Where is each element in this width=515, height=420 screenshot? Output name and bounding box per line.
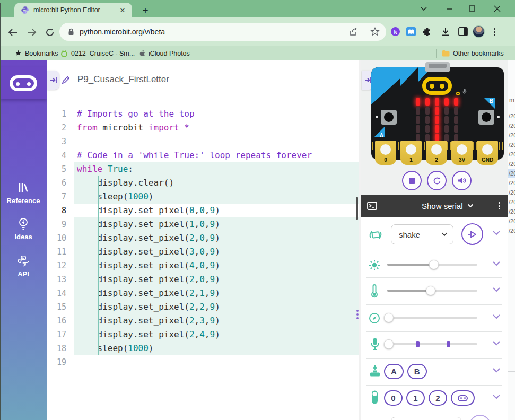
sim-button-A[interactable]: A [384, 364, 404, 379]
board-button-a[interactable] [381, 110, 397, 125]
stop-simulator-button[interactable] [402, 171, 422, 190]
brightness-slider[interactable] [387, 260, 477, 269]
slider-thumb[interactable] [429, 260, 439, 269]
kami-extension-icon[interactable]: k [391, 27, 400, 36]
close-icon[interactable] [492, 4, 502, 13]
pins-expand-chevron[interactable] [492, 394, 501, 402]
bookmarks-folder[interactable]: Bookmarks [15, 46, 58, 60]
code-line[interactable]: 12 display.set_pixel(4,0,9) [47, 259, 359, 273]
board-pin-0[interactable]: 0 [375, 141, 396, 165]
other-bookmarks[interactable]: Other bookmarks [442, 46, 504, 60]
editor-scrollbar[interactable] [356, 197, 358, 220]
chevron-down-icon[interactable] [467, 204, 474, 208]
code-line[interactable]: 4# Code in a 'while True:' loop repeats … [47, 148, 359, 162]
code-line[interactable]: 15 display.set_pixel(2,2,9) [47, 300, 359, 314]
window-edge [0, 3, 1, 420]
sim-button-B[interactable]: B [407, 364, 427, 379]
sidebar-expand-button[interactable] [47, 71, 59, 90]
side-panel-icon[interactable] [458, 27, 468, 36]
code-line[interactable]: 8 display.set_pixel(0,0,9) [47, 204, 359, 217]
code-line[interactable]: 9 display.set_pixel(1,0,9) [47, 217, 359, 231]
pins-buttons-group[interactable]: 012 [384, 390, 475, 406]
code-line[interactable]: 13 display.set_pixel(2,0,9) [47, 273, 359, 286]
code-line[interactable]: 2from microbit import * [47, 121, 359, 135]
slider-thumb[interactable] [384, 313, 394, 322]
code-line[interactable]: 1# Imports go at the top [47, 107, 359, 121]
minimize-icon[interactable] [444, 4, 454, 13]
board-button-b[interactable] [478, 110, 494, 125]
ab-buttons-group[interactable]: AB [384, 364, 427, 379]
edit-pencil-icon[interactable] [62, 75, 71, 84]
sidebar-item-api[interactable]: API [0, 255, 47, 278]
forward-icon[interactable] [26, 27, 38, 38]
buttons-expand-chevron[interactable] [492, 368, 501, 376]
profile-avatar[interactable] [473, 25, 485, 38]
radio-send-button[interactable] [469, 415, 491, 420]
sidebar-item-ideas[interactable]: Ideas [0, 217, 47, 241]
gesture-expand-chevron[interactable] [492, 230, 501, 239]
project-name[interactable]: P9_Cusack_FirstLetter [77, 74, 169, 85]
reading-list-extension-icon[interactable] [406, 27, 416, 36]
back-icon[interactable] [7, 27, 19, 38]
code-lines[interactable]: 1# Imports go at the top2from microbit i… [47, 107, 359, 369]
browser-tab[interactable]: micro:bit Python Editor ✕ [14, 3, 132, 18]
slider-thumb[interactable] [426, 286, 435, 295]
brightness-expand-chevron[interactable] [492, 261, 501, 269]
board-pin-1[interactable]: 1 [400, 141, 422, 165]
code-line[interactable]: 3 [47, 135, 359, 148]
serial-menu-icon[interactable] [499, 202, 500, 209]
code-line[interactable]: 7 sleep(1000) [47, 190, 359, 204]
window-menu-chevron-icon[interactable] [419, 4, 429, 13]
sim-pin-2[interactable]: 2 [429, 390, 447, 406]
code-line[interactable]: 10 display.set_pixel(2,0,9) [47, 231, 359, 245]
sim-pin-1[interactable]: 1 [406, 390, 425, 406]
led-off [444, 116, 449, 124]
chrome-menu-icon[interactable] [494, 28, 495, 36]
extensions-puzzle-icon[interactable] [423, 27, 432, 36]
led-off [454, 116, 458, 124]
temperature-slider[interactable] [387, 286, 477, 295]
send-gesture-button[interactable] [461, 223, 483, 245]
reset-simulator-button[interactable] [427, 171, 447, 190]
temperature-expand-chevron[interactable] [492, 287, 501, 295]
board-logo[interactable] [422, 77, 452, 95]
code-line[interactable]: 5while True: [47, 162, 359, 176]
sim-pin-logo[interactable] [451, 390, 475, 406]
download-icon[interactable] [441, 27, 450, 37]
board-pin-3V[interactable]: 3V [451, 141, 473, 165]
board-pin-2[interactable]: 2 [426, 141, 447, 165]
compass-expand-chevron[interactable] [492, 314, 501, 322]
tab-close-icon[interactable]: ✕ [118, 6, 127, 14]
show-serial-toggle[interactable]: Show serial [422, 202, 463, 211]
code-line[interactable]: 6 display.clear() [47, 176, 359, 190]
url-bar[interactable]: python.microbit.org/v/beta [59, 23, 386, 41]
speaker-icon [457, 177, 466, 185]
bookmark-item-cruisec[interactable]: 0212_CruiseC - Sm... [60, 46, 135, 60]
share-icon[interactable] [349, 27, 359, 37]
code-line[interactable]: 19 [47, 355, 359, 369]
led-matrix[interactable] [416, 98, 458, 142]
microphone-expand-chevron[interactable] [492, 340, 501, 349]
new-tab-button[interactable]: + [139, 4, 152, 17]
board-pin-GND[interactable]: GND [477, 141, 498, 165]
slider-thumb[interactable] [384, 339, 394, 349]
microbit-logo[interactable] [0, 67, 47, 99]
compass-slider[interactable] [387, 313, 477, 322]
code-line[interactable]: 17 display.set_pixel(2,4,9) [47, 328, 359, 342]
code-line[interactable]: 11 display.set_pixel(3,0,9) [47, 245, 359, 259]
reload-icon[interactable] [44, 27, 56, 38]
bookmark-star-icon[interactable] [370, 27, 380, 37]
code-line[interactable]: 16 display.set_pixel(2,3,9) [47, 314, 359, 328]
code-line[interactable]: 14 display.set_pixel(2,1,9) [47, 286, 359, 300]
mute-audio-button[interactable] [452, 171, 472, 190]
panel-resize-handle[interactable] [355, 310, 360, 326]
gesture-select[interactable]: shake [391, 224, 453, 244]
sim-pin-0[interactable]: 0 [384, 390, 403, 406]
sidebar-item-reference[interactable]: Reference [0, 181, 47, 205]
bookmark-item-icloud-photos[interactable]: iCloud Photos [138, 46, 190, 60]
maximize-icon[interactable] [467, 4, 477, 13]
radio-message-input[interactable] [391, 417, 461, 420]
background-text-fragment: /20 [508, 216, 515, 226]
code-line[interactable]: 18 sleep(1000) [47, 342, 359, 355]
microphone-slider[interactable] [387, 339, 477, 349]
